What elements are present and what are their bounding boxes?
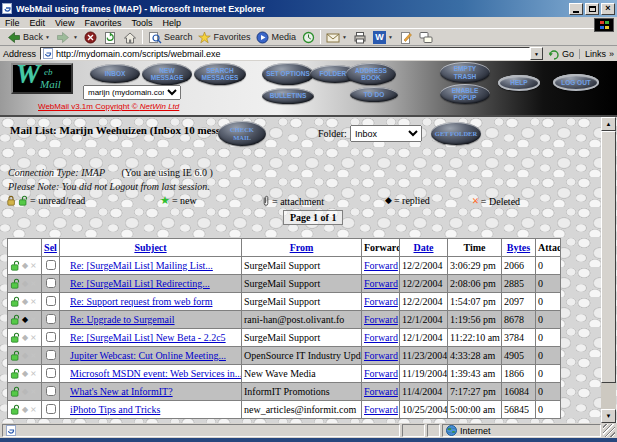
address-input[interactable]: http://mydomain.com/scripts/webmail.exe xyxy=(40,47,530,60)
column-header-bytes[interactable]: Bytes xyxy=(502,239,536,257)
media-button[interactable]: Media xyxy=(253,30,299,45)
resize-grip[interactable] xyxy=(603,424,615,437)
menu-item-view[interactable]: View xyxy=(55,18,74,28)
attach-cell: 0 xyxy=(536,347,561,365)
to-do-button[interactable]: TO DO xyxy=(350,87,398,102)
home-button[interactable] xyxy=(120,30,140,45)
select-checkbox[interactable] xyxy=(46,404,56,414)
edit-page-icon xyxy=(399,31,413,44)
folder-select[interactable]: Inbox xyxy=(350,125,422,142)
column-header-subject[interactable]: Subject xyxy=(60,239,242,257)
subject-link[interactable]: Re: Support request from web form xyxy=(70,296,212,307)
mail-button[interactable]: ▼ xyxy=(323,30,350,45)
new-star-icon: ★ xyxy=(160,195,170,206)
subject-link[interactable]: Re: Upgrade to Surgemail xyxy=(70,314,175,325)
replied-icon: ◆ xyxy=(22,334,28,342)
enable-popup-button[interactable]: ENABLE POPUP xyxy=(440,84,490,104)
subject-link[interactable]: iPhoto Tips and Tricks xyxy=(70,404,160,415)
forward-link[interactable]: Forward xyxy=(364,260,398,271)
forward-link[interactable]: Forward xyxy=(364,278,398,289)
restore-button[interactable] xyxy=(585,3,599,15)
replied-icon: ◆ xyxy=(22,406,28,414)
menu-bar-items: FileEditViewFavoritesToolsHelp xyxy=(5,18,191,28)
print-button[interactable] xyxy=(350,30,370,45)
scroll-up-button[interactable]: ▲ xyxy=(601,117,616,131)
check-mail-button[interactable]: CHECK MAIL xyxy=(218,121,266,146)
minimize-button[interactable] xyxy=(569,3,583,15)
select-checkbox[interactable] xyxy=(46,278,56,288)
subject-link[interactable]: Microsoft MSDN event: Web Services in... xyxy=(70,368,242,379)
replied-icon: ◆ xyxy=(22,262,28,270)
read-lock-icon xyxy=(10,296,20,307)
history-button[interactable] xyxy=(299,30,318,45)
links-button[interactable]: Links» xyxy=(579,49,614,59)
select-checkbox[interactable] xyxy=(46,368,56,378)
from-cell: SurgeMail Support xyxy=(242,257,362,275)
from-cell: rani-han@post.olivant.fo xyxy=(242,311,362,329)
forward-link[interactable]: Forward xyxy=(364,404,398,415)
edit-word-button[interactable]: W ▼ xyxy=(370,30,396,45)
get-folder-button[interactable]: GET FOLDER xyxy=(431,122,481,145)
go-button[interactable]: Go xyxy=(548,48,574,60)
folder-label: Folder: xyxy=(318,128,347,139)
forward-cell: Forward xyxy=(362,347,400,365)
account-select[interactable]: marijn (mydomain.com:143) xyxy=(83,85,181,100)
forward-link[interactable]: Forward xyxy=(364,350,398,361)
select-checkbox[interactable] xyxy=(46,386,56,396)
forward-link[interactable]: Forward xyxy=(364,386,398,397)
column-header-from[interactable]: From xyxy=(242,239,362,257)
search-messages-button[interactable]: SEARCH MESSAGES xyxy=(194,63,246,85)
vertical-scrollbar[interactable]: ▲ ▼ xyxy=(601,117,616,423)
select-checkbox[interactable] xyxy=(46,332,56,342)
scroll-down-button[interactable]: ▼ xyxy=(601,409,616,423)
select-checkbox[interactable] xyxy=(46,350,56,360)
select-checkbox[interactable] xyxy=(46,260,56,270)
forward-link[interactable]: Forward xyxy=(364,296,398,307)
refresh-button[interactable] xyxy=(100,30,120,45)
edit-button[interactable] xyxy=(396,30,416,45)
status-icons-cell: ◆× xyxy=(8,275,42,293)
forward-link[interactable]: Forward xyxy=(364,332,398,343)
forward-link[interactable]: Forward xyxy=(364,314,398,325)
stop-button[interactable] xyxy=(81,30,100,45)
copyright-link[interactable]: WebMail v3.1m Copyright © NetWin Ltd xyxy=(38,102,179,111)
discuss-button[interactable] xyxy=(416,30,436,45)
mail-icon xyxy=(326,31,340,44)
inbox-button[interactable]: INBOX xyxy=(90,64,140,83)
from-cell: SurgeMail Support xyxy=(242,329,362,347)
back-button[interactable]: Back▼ xyxy=(3,30,53,45)
menu-item-help[interactable]: Help xyxy=(162,18,181,28)
menu-item-file[interactable]: File xyxy=(5,18,20,28)
select-checkbox[interactable] xyxy=(46,314,56,324)
menu-item-edit[interactable]: Edit xyxy=(30,18,46,28)
menu-item-tools[interactable]: Tools xyxy=(131,18,152,28)
forward-button[interactable]: ▼ xyxy=(53,30,81,45)
subject-link[interactable]: What's New at InformIT? xyxy=(70,386,173,397)
close-button[interactable]: × xyxy=(601,3,615,15)
column-header-sel[interactable]: Sel xyxy=(42,239,60,257)
help-button[interactable]: HELP xyxy=(498,75,540,91)
subject-link[interactable]: Re: [SurgeMail List] New Beta - 2.2c5 xyxy=(70,332,226,343)
attach-cell: 0 xyxy=(536,401,561,419)
select-checkbox[interactable] xyxy=(46,296,56,306)
scrollbar-thumb[interactable] xyxy=(601,131,616,383)
subject-link[interactable]: Jupiter Webcast: Cut Online Meeting... xyxy=(70,350,226,361)
set-options-button[interactable]: SET OPTIONS xyxy=(262,63,314,85)
menu-item-favorites[interactable]: Favorites xyxy=(84,18,121,28)
address-dropdown-button[interactable]: ▼ xyxy=(530,47,543,60)
from-cell: InformIT Promotions xyxy=(242,383,362,401)
subject-link[interactable]: Re: [SurgeMail List] Mailing List... xyxy=(70,260,213,271)
bulletins-button[interactable]: BULLETINS xyxy=(262,88,314,104)
new-message-button[interactable]: NEW MESSAGE xyxy=(142,63,192,85)
address-book-button[interactable]: ADDRESS BOOK xyxy=(346,63,396,85)
empty-trash-button[interactable]: EMPTY TRASH xyxy=(440,62,490,83)
forward-cell: Forward xyxy=(362,257,400,275)
toolbar-separator xyxy=(320,30,321,44)
log-out-button[interactable]: LOG OUT xyxy=(553,74,599,91)
subject-link[interactable]: Re: [SurgeMail List] Redirecting... xyxy=(70,278,210,289)
forward-link[interactable]: Forward xyxy=(364,368,398,379)
column-header-date[interactable]: Date xyxy=(400,239,448,257)
favorites-button[interactable]: Favorites xyxy=(195,30,253,45)
subject-cell: What's New at InformIT? xyxy=(60,383,242,401)
search-button[interactable]: Search xyxy=(145,30,196,45)
